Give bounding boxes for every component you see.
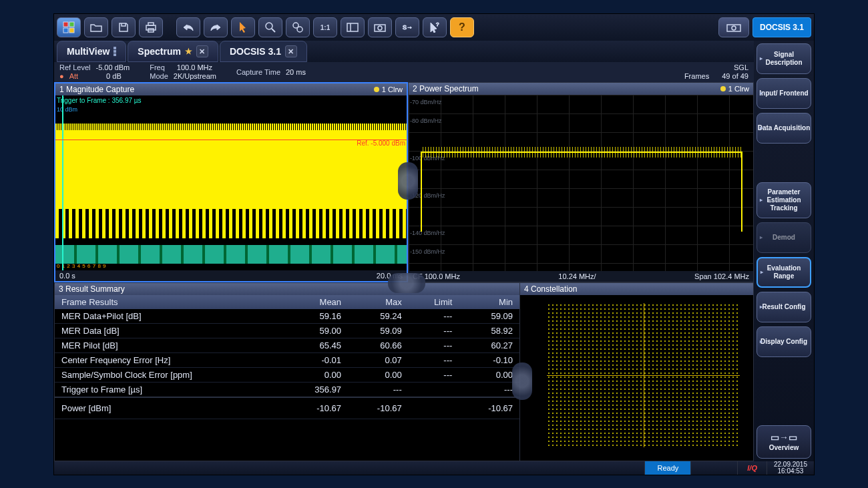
softkey-input-frontend[interactable]: Input/ Frontend <box>756 78 811 109</box>
softkey-evaluation-range[interactable]: Evaluation Range <box>756 257 811 288</box>
result-table-wrap[interactable]: Frame Results Mean Max Limit Min MER Dat… <box>55 295 519 461</box>
table-cell: 65.45 <box>284 338 348 353</box>
att-value: 0 dB <box>106 72 122 81</box>
zoom-reset-icon[interactable]: 1:1 <box>313 17 337 37</box>
trace-tag: 1 Clrw <box>728 85 749 93</box>
table-cell: -10.67 <box>459 397 519 419</box>
trace-dot-icon <box>720 86 726 91</box>
table-cell <box>409 397 459 419</box>
col-header: Min <box>459 295 519 309</box>
table-cell: --- <box>409 309 459 324</box>
pane-constellation[interactable]: 4 Constellation <box>519 283 753 461</box>
softkey-data-acquisition[interactable]: Data Acquisition <box>756 113 811 144</box>
softkey-result-config[interactable]: Result Config <box>756 292 811 322</box>
pane-splitter-horizontal[interactable] <box>512 362 532 400</box>
svg-rect-11 <box>347 23 358 31</box>
pointer-help-icon[interactable]: ? <box>423 17 447 37</box>
display-area: 1 Magnitude Capture 1 Clrw Trigger to Fr… <box>54 82 754 461</box>
marker-settings-icon[interactable]: S→ <box>395 17 419 37</box>
zoom-icon[interactable] <box>258 17 282 37</box>
grip-icon <box>114 47 116 56</box>
frame-bar <box>55 245 407 264</box>
table-cell: 58.92 <box>459 324 519 338</box>
table-row: Sample/Symbol Clock Error [ppm]0.000.00-… <box>55 368 519 383</box>
screenshot-icon[interactable] <box>368 17 392 37</box>
pointer-icon[interactable] <box>231 17 255 37</box>
close-icon[interactable]: ✕ <box>196 45 208 57</box>
tab-multiview[interactable]: MultiView <box>57 41 126 62</box>
tab-docsis[interactable]: DOCSIS 3.1 ✕ <box>220 41 307 62</box>
app-frame: 1:1 S→ ? ? DOCSIS 3.1 MultiView Spectrum… <box>53 13 815 475</box>
windows-start-icon[interactable] <box>57 17 81 37</box>
table-cell: 60.27 <box>459 338 519 353</box>
trigger-readout: Trigger to Frame : 356.97 µs <box>57 97 142 104</box>
result-table: Frame Results Mean Max Limit Min MER Dat… <box>55 295 519 419</box>
pane-title-text: 3 Result Summary <box>59 284 125 294</box>
mode-value: 2K/Upstream <box>174 72 216 81</box>
ref-line <box>55 140 407 140</box>
overview-label: Overview <box>769 444 799 452</box>
table-cell: 59.16 <box>284 309 348 324</box>
softkey-display-config[interactable]: Display Config <box>756 326 811 357</box>
pane-splitter-horizontal[interactable] <box>398 162 418 200</box>
constellation-plot[interactable] <box>547 303 740 447</box>
pane-power-spectrum[interactable]: 2 Power Spectrum 1 Clrw -70 dBm/Hz -80 d… <box>408 82 754 282</box>
zoom-multi-icon[interactable] <box>286 17 310 37</box>
table-cell: 59.24 <box>348 309 409 324</box>
pane-result-summary[interactable]: 3 Result Summary Frame Results Mean Max … <box>54 282 754 461</box>
col-header: Limit <box>409 295 459 309</box>
col-header: Mean <box>284 295 348 309</box>
col-header: Max <box>348 295 409 309</box>
frames-value: 49 of 49 <box>722 72 748 81</box>
layout-icon[interactable] <box>341 17 365 37</box>
table-row: Power [dBm]-10.67-10.67-10.67 <box>55 397 519 419</box>
y-label: -70 dBm/Hz <box>410 99 442 105</box>
freq-step: 10.24 MHz/ <box>558 272 596 280</box>
table-cell: 59.00 <box>284 324 348 338</box>
svg-rect-2 <box>63 28 68 33</box>
warn-bullet-icon: ● <box>59 72 64 81</box>
table-cell: -10.67 <box>348 397 409 419</box>
spectrum-edge <box>421 152 422 232</box>
frame-numbers: 0 1 2 3 4 5 6 7 8 9 <box>57 263 106 269</box>
pane-splitter-vertical[interactable] <box>388 273 425 293</box>
frames-label: Frames <box>684 72 709 81</box>
pane-magnitude-capture[interactable]: 1 Magnitude Capture 1 Clrw Trigger to Fr… <box>54 82 408 282</box>
table-cell: 0.07 <box>348 353 409 368</box>
softkey-overview[interactable]: ▭→▭Overview <box>756 425 811 459</box>
y-label: 10 dBm <box>57 106 77 113</box>
magnitude-plot[interactable]: Trigger to Frame : 356.97 µs 10 dBm -10 … <box>55 95 407 270</box>
table-cell: Sample/Symbol Clock Error [ppm] <box>55 368 284 383</box>
svg-point-7 <box>266 23 272 29</box>
help-icon[interactable]: ? <box>450 17 474 37</box>
camera-icon[interactable] <box>718 17 749 37</box>
view-tabs: MultiView Spectrum ★ ✕ DOCSIS 3.1 ✕ <box>54 41 814 62</box>
svg-rect-4 <box>146 25 156 30</box>
trace-dot-icon <box>374 87 379 92</box>
mode-button[interactable]: DOCSIS 3.1 <box>752 17 811 37</box>
table-cell: MER Data+Pilot [dB] <box>55 309 284 324</box>
spectrum-edge <box>741 152 742 232</box>
tab-spectrum[interactable]: Spectrum ★ ✕ <box>128 41 218 62</box>
sgl-indicator: SGL <box>684 63 748 72</box>
svg-text:S→: S→ <box>403 24 413 31</box>
measurement-info-bar: Ref Level-5.00 dBm ●Att0 dB Freq100.0 MH… <box>54 62 754 82</box>
undo-icon[interactable] <box>176 17 200 37</box>
table-cell: 0.00 <box>284 368 348 383</box>
save-icon[interactable] <box>112 17 136 37</box>
softkey-parameter-estimation[interactable]: Parameter Estimation Tracking <box>756 182 811 218</box>
close-icon[interactable]: ✕ <box>285 45 297 57</box>
open-file-icon[interactable] <box>84 17 108 37</box>
spectrum-trace <box>421 152 742 153</box>
table-cell: Trigger to Frame [µs] <box>55 383 284 398</box>
table-cell: --- <box>409 368 459 383</box>
softkey-demod[interactable]: Demod <box>756 222 811 253</box>
redo-icon[interactable] <box>204 17 228 37</box>
ref-level-label: Ref Level <box>59 63 90 72</box>
freq-span: Span 102.4 MHz <box>694 272 749 280</box>
print-icon[interactable] <box>139 17 163 37</box>
table-cell: -0.01 <box>284 353 348 368</box>
spectrum-plot[interactable]: -70 dBm/Hz -80 dBm/Hz -100 dBm/Hz -120 d… <box>409 95 753 271</box>
softkey-signal-description[interactable]: Signal Description <box>756 43 811 74</box>
trigger-cursor <box>62 95 63 270</box>
